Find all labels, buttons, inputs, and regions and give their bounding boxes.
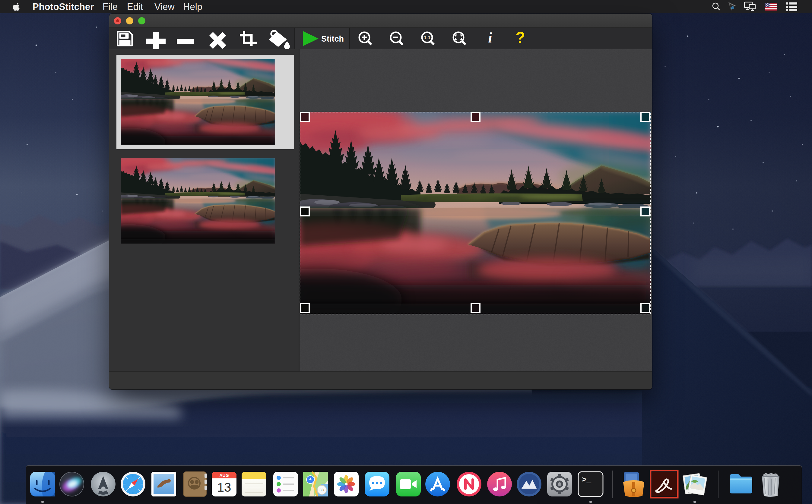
svg-text:?: ? <box>516 29 525 46</box>
svg-text:AUG: AUG <box>219 473 229 478</box>
svg-text:13: 13 <box>217 480 231 494</box>
svg-text:3D: 3D <box>319 488 324 492</box>
svg-text:Stitch: Stitch <box>321 34 344 43</box>
svg-text:i: i <box>488 30 492 46</box>
svg-text:>_: >_ <box>582 475 592 484</box>
svg-text:1:1: 1:1 <box>424 35 431 40</box>
